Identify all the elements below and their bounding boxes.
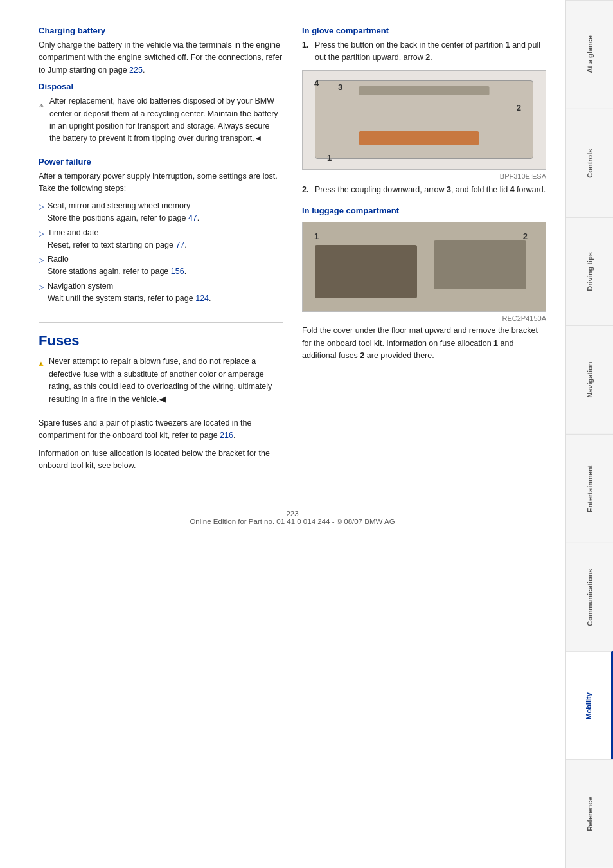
diagram-top-bar [359, 86, 490, 95]
sidebar-tab-at-a-glance[interactable]: At a glance [566, 0, 613, 109]
luggage-compartment-diagram: 1 2 [302, 222, 546, 312]
page-216-link[interactable]: 216 [220, 431, 233, 440]
sidebar-tab-reference[interactable]: Reference [566, 759, 613, 868]
page-footer: 223 Online Edition for Part no. 01 41 0 … [39, 503, 546, 525]
main-content: Charging battery Only charge the battery… [0, 0, 565, 868]
list-item: ▷ Seat, mirror and steering wheel memory… [39, 200, 283, 224]
charging-battery-section: Charging battery Only charge the battery… [39, 26, 283, 77]
sidebar-tab-mobility[interactable]: Mobility [566, 651, 613, 760]
fuses-spare-text: Spare fuses and a pair of plastic tweeze… [39, 417, 283, 442]
left-column: Charging battery Only charge the battery… [39, 26, 283, 477]
recycle-icon [39, 95, 44, 117]
list-item: ▷ Radio Store stations again, refer to p… [39, 253, 283, 278]
power-failure-section: Power failure After a temporary power su… [39, 157, 283, 305]
svg-text:!: ! [40, 363, 41, 366]
glove-compartment-diagram: 4 3 2 1 [302, 70, 546, 170]
bullet-arrow: ▷ [39, 282, 44, 293]
list-item-title: Seat, mirror and steering wheel memory [48, 200, 199, 212]
list-item-title: Radio [48, 253, 186, 266]
diagram-component [434, 240, 526, 289]
fuses-info-text: Information on fuse allocation is locate… [39, 448, 283, 473]
luggage-compartment-heading: In luggage compartment [302, 206, 546, 215]
fuses-warning-box: ! Never attempt to repair a blown fuse, … [39, 356, 283, 411]
list-item-title: Navigation system [48, 280, 211, 293]
bullet-arrow: ▷ [39, 228, 44, 239]
sidebar-tab-navigation[interactable]: Navigation [566, 325, 613, 434]
bullet-arrow: ▷ [39, 255, 44, 266]
diagram-dark-area [315, 245, 417, 298]
disposal-warning-box: After replacement, have old batteries di… [39, 95, 283, 150]
charging-battery-heading: Charging battery [39, 26, 283, 35]
fuses-warning-text: Never attempt to repair a blown fuse, an… [49, 356, 283, 406]
diagram1-ref: BPF310E;ESA [302, 172, 546, 180]
fuses-section: Fuses ! Never attempt to repair a blown … [39, 322, 283, 472]
right-column: In glove compartment 1. Press the button… [302, 26, 546, 477]
page-225-link[interactable]: 225 [129, 66, 143, 75]
step-text: Press the coupling downward, arrow 3, an… [315, 184, 546, 196]
page-156-link[interactable]: 156 [171, 267, 184, 276]
glove-compartment-section: In glove compartment 1. Press the button… [302, 26, 546, 195]
bullet-arrow: ▷ [39, 201, 44, 212]
power-failure-list: ▷ Seat, mirror and steering wheel memory… [39, 200, 283, 304]
svg-point-0 [41, 106, 42, 107]
step-1: 1. Press the button on the back in the c… [302, 39, 546, 64]
disposal-heading: Disposal [39, 82, 283, 91]
list-item-desc: Store the positions again, refer to page… [48, 212, 199, 224]
page-124-link[interactable]: 124 [195, 294, 209, 303]
step-2: 2. Press the coupling downward, arrow 3,… [302, 184, 546, 196]
diagram-label-3: 3 [338, 82, 342, 92]
page-47-link[interactable]: 47 [188, 213, 197, 222]
sidebar-tab-driving-tips[interactable]: Driving tips [566, 217, 613, 326]
list-item-title: Time and date [48, 227, 187, 239]
glove-compartment-heading: In glove compartment [302, 26, 546, 35]
warning-triangle-icon: ! [39, 356, 44, 372]
sidebar: At a glance Controls Driving tips Naviga… [565, 0, 613, 868]
sidebar-tab-controls[interactable]: Controls [566, 109, 613, 217]
diagram-label-1: 1 [314, 231, 319, 241]
power-failure-text: After a temporary power supply interrupt… [39, 170, 283, 195]
copyright: Online Edition for Part no. 01 41 0 014 … [190, 518, 395, 525]
disposal-text: After replacement, have old batteries di… [49, 95, 283, 145]
list-item-desc: Store stations again, refer to page 156. [48, 266, 186, 278]
list-item-desc: Reset, refer to text starting on page 77… [48, 239, 187, 251]
sidebar-tab-entertainment[interactable]: Entertainment [566, 434, 613, 543]
sidebar-tab-communications[interactable]: Communications [566, 543, 613, 651]
diagram-label-2: 2 [523, 231, 528, 241]
power-failure-heading: Power failure [39, 157, 283, 167]
diagram2-ref: REC2P4150A [302, 314, 546, 322]
step-text: Press the button on the back in the cent… [315, 39, 546, 64]
list-item: ▷ Time and date Reset, refer to text sta… [39, 227, 283, 251]
diagram-inner [315, 80, 533, 159]
diagram-label-2: 2 [517, 103, 521, 113]
glove-compartment-step2: 2. Press the coupling downward, arrow 3,… [302, 184, 546, 196]
luggage-compartment-text: Fold the cover under the floor mat upwar… [302, 325, 546, 362]
page-number: 223 [286, 510, 298, 518]
step-number: 1. [302, 39, 311, 64]
step-number: 2. [302, 184, 311, 196]
fuses-heading: Fuses [39, 322, 283, 349]
diagram-label-1: 1 [327, 153, 332, 163]
diagram-label-4: 4 [314, 78, 319, 88]
list-item-desc: Wait until the system starts, refer to p… [48, 293, 211, 305]
diagram-orange-strip [359, 131, 479, 145]
luggage-compartment-section: In luggage compartment 1 2 REC2P4150A Fo… [302, 206, 546, 362]
charging-battery-text: Only charge the battery in the vehicle v… [39, 39, 283, 77]
disposal-section: Disposal After replac [39, 82, 283, 150]
diagram-inner-2 [303, 222, 546, 311]
page-77-link[interactable]: 77 [175, 240, 184, 249]
glove-compartment-steps: 1. Press the button on the back in the c… [302, 39, 546, 64]
list-item: ▷ Navigation system Wait until the syste… [39, 280, 283, 305]
